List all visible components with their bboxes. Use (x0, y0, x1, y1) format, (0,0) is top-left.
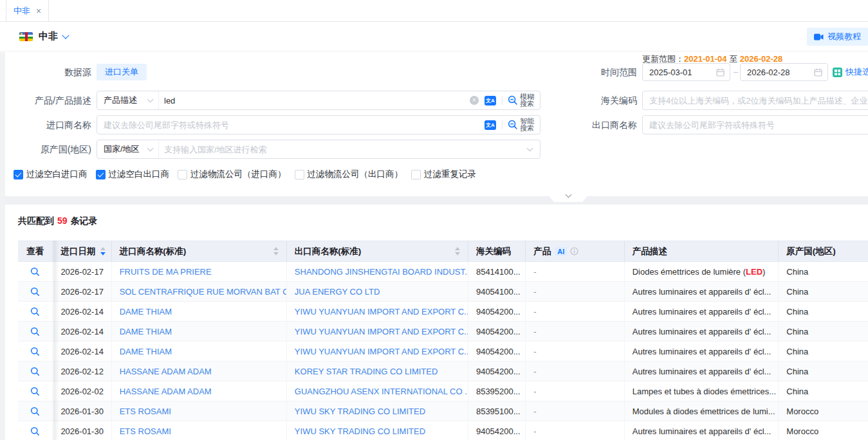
desc-highlight: LED (746, 267, 762, 277)
smart-search-button[interactable]: 智能 搜索 (508, 118, 534, 133)
import-date: 2026-01-30 (53, 421, 111, 440)
table-row: 2026-02-12 HASSANE ADAM ADAM KOREY STAR … (18, 362, 868, 381)
importer-link[interactable]: HASSANE ADAM ADAM (112, 381, 287, 401)
checkbox-icon[interactable] (411, 170, 421, 179)
checkbox-icon[interactable] (96, 170, 106, 179)
filter-checkbox[interactable]: 过滤物流公司（出口商） (295, 169, 403, 180)
exporter-link[interactable]: YIWU YUANYUAN IMPORT AND EXPORT C... (287, 342, 468, 361)
exporter-link[interactable]: JUA ENERGY CO LTD (287, 282, 468, 301)
fuzzy-search-button[interactable]: 模糊 搜索 (508, 93, 534, 108)
filter-checkbox[interactable]: 过滤物流公司（进口商） (178, 169, 286, 180)
view-record-icon[interactable] (30, 347, 40, 356)
exporter-link[interactable]: YIWU YUANYUAN IMPORT AND EXPORT C... (287, 302, 468, 321)
col-view: 查看 (18, 241, 53, 261)
product-type-select[interactable]: 产品描述 (97, 91, 159, 109)
product-search-input[interactable] (159, 96, 470, 105)
view-record-icon[interactable] (30, 287, 40, 297)
product-description: Autres luminaires et appareils d' écl... (625, 302, 779, 321)
checkbox-label: 过滤空白进口商 (26, 169, 88, 180)
tab-zhongfei[interactable]: 中非 × (6, 0, 49, 21)
importer-link[interactable]: ETS ROSAMI (112, 421, 287, 440)
importer-link[interactable]: DAME THIAM (112, 302, 287, 321)
origin-country: Morocco (779, 401, 868, 421)
date-start-input[interactable]: 2025-03-01 (642, 63, 730, 81)
product-ai-value: - (526, 421, 625, 440)
date-end-input[interactable]: 2026-02-28 (740, 63, 828, 81)
import-date: 2026-02-17 (53, 262, 111, 281)
filter-checkbox[interactable]: 过滤空白出口商 (96, 169, 170, 180)
exporter-link[interactable]: SHANDONG JINSHENGTAI BOARD INDUST... (287, 262, 468, 281)
results-table: 查看 进口日期 进口商名称(标准) 出口商名称(标准) 海关编码 产品 AI (18, 241, 868, 440)
sort-icon[interactable] (273, 247, 279, 255)
video-tutorial-button[interactable]: 视频教程 (807, 28, 868, 46)
info-icon[interactable] (570, 247, 578, 255)
col-exporter-label: 出口商名称(标准) (295, 246, 362, 257)
import-date: 2026-02-17 (53, 282, 111, 301)
country-title[interactable]: 中非 (39, 30, 58, 42)
filter-checkbox[interactable]: 过滤重复记录 (411, 169, 476, 180)
col-import-date-label: 进口日期 (60, 246, 95, 257)
product-description: Diodes émettrices de lumière (LED) (625, 262, 779, 281)
exporter-link[interactable]: YIWU SKY TRADING CO LIMITED (287, 401, 468, 421)
importer-input[interactable] (97, 120, 485, 130)
origin-label: 原产国(地区) (5, 140, 91, 159)
view-cell (18, 342, 53, 361)
search-icon (508, 120, 518, 130)
update-range-end: 2026-02-28 (740, 54, 783, 64)
checkbox-icon[interactable] (295, 170, 304, 179)
translate-icon[interactable]: 文A (485, 120, 496, 130)
left-gutter (0, 52, 5, 440)
view-record-icon[interactable] (30, 426, 40, 436)
filter-checkbox[interactable]: 过滤空白进口商 (14, 169, 88, 180)
sort-icon[interactable] (455, 247, 460, 255)
view-record-icon[interactable] (30, 367, 40, 376)
importer-link[interactable]: FRUITS DE MA PRIERE (112, 262, 287, 281)
view-record-icon[interactable] (30, 387, 40, 396)
translate-icon[interactable]: 文A (485, 96, 496, 105)
exporter-link[interactable]: KOREY STAR TRADING CO LIMITED (287, 362, 468, 381)
origin-type-select[interactable]: 国家/地区 (97, 140, 159, 158)
importer-link[interactable]: DAME THIAM (112, 342, 287, 361)
col-importer[interactable]: 进口商名称(标准) (112, 241, 287, 261)
col-exporter[interactable]: 出口商名称(标准) (287, 241, 468, 261)
exporter-link[interactable]: YIWU SKY TRADING CO LIMITED (287, 421, 468, 440)
view-record-icon[interactable] (30, 327, 40, 336)
checkbox-label: 过滤物流公司（出口商） (308, 169, 403, 180)
quick-select-button[interactable]: 快捷选 (833, 66, 868, 78)
hs-code-input[interactable] (643, 96, 868, 105)
summary-suffix: 条记录 (71, 215, 98, 226)
checkbox-icon[interactable] (14, 170, 23, 179)
view-record-icon[interactable] (30, 307, 40, 316)
importer-link[interactable]: ETS ROSAMI (112, 401, 287, 421)
results-panel: 共匹配到59条记录 查看 进口日期 进口商名称(标准) 出口商名称(标准) 海关… (5, 205, 868, 440)
importer-link[interactable]: HASSANE ADAM ADAM (112, 362, 287, 381)
chevron-down-icon (565, 192, 571, 198)
chevron-down-icon[interactable] (62, 32, 69, 39)
import-date: 2026-02-12 (53, 362, 111, 381)
origin-country: China (779, 362, 868, 381)
tab-bar: 中非 × (0, 0, 868, 22)
filter-options-row: 过滤空白进口商 过滤空白出口商 过滤物流公司（进口商） 过滤物流公司（出口商） (14, 169, 476, 180)
view-record-icon[interactable] (30, 407, 40, 416)
chevron-down-icon[interactable] (527, 145, 533, 152)
close-icon[interactable]: × (36, 6, 41, 15)
exporter-input[interactable] (643, 120, 868, 130)
col-import-date[interactable]: 进口日期 (53, 241, 111, 261)
clear-input-icon[interactable]: × (470, 96, 479, 105)
date-range-dash: – (734, 67, 738, 77)
importer-link[interactable]: SOL CENTRAFRIQUE RUE MORVAN BAT OF... (112, 282, 287, 301)
checkbox-icon[interactable] (178, 170, 187, 179)
view-cell (18, 401, 53, 421)
hs-code: 85414100... (468, 262, 526, 281)
exporter-link[interactable]: YIWU YUANYUAN IMPORT AND EXPORT C... (287, 322, 468, 341)
exporter-link[interactable]: GUANGZHOU ASENX INTERNATIONAL CO ... (287, 381, 468, 401)
update-range-to: 至 (729, 54, 737, 64)
sort-icon[interactable] (100, 247, 106, 255)
datasource-import-declaration-button[interactable]: 进口关单 (97, 64, 147, 80)
view-record-icon[interactable] (30, 267, 40, 277)
product-ai-value: - (526, 282, 625, 301)
importer-link[interactable]: DAME THIAM (112, 322, 287, 341)
product-ai-value: - (526, 362, 625, 381)
desc-text: Autres luminaires et appareils d' écl... (633, 347, 771, 356)
origin-search-input[interactable] (159, 145, 528, 154)
